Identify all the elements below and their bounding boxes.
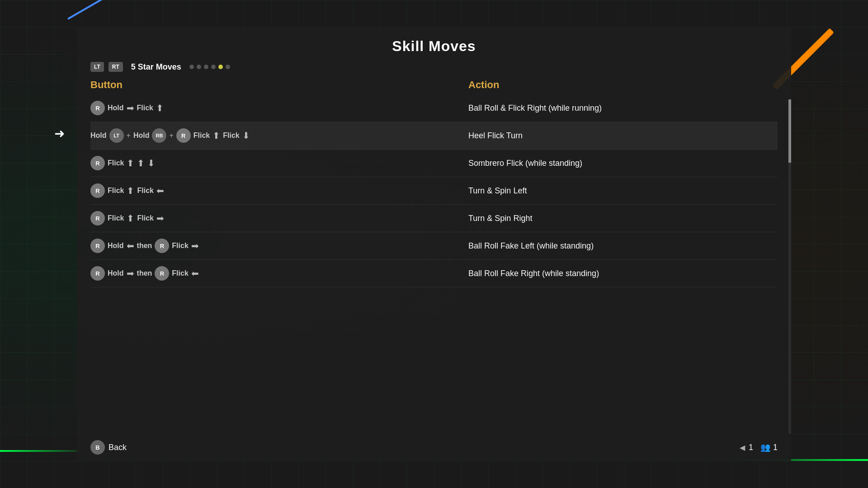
move-row[interactable]: R Flick ⬆ ⬆ ⬇ Sombrero Flick (while stan… <box>90 150 778 177</box>
arrow-up2: ⬆ <box>212 130 220 141</box>
text-hold: Hold <box>108 104 124 112</box>
text-flick3: Flick <box>223 131 239 140</box>
arrow-right: ➡ <box>127 103 134 113</box>
r-badge9: R <box>155 266 169 281</box>
tab-rt-button[interactable]: RT <box>108 62 123 72</box>
dot-2 <box>197 65 201 69</box>
action-text: Sombrero Flick (while standing) <box>468 159 778 168</box>
text-then2: then <box>137 269 152 277</box>
scrollbar-thumb[interactable] <box>788 99 791 163</box>
arrow-left2: ⬅ <box>127 240 134 251</box>
text-flick6: Flick <box>137 187 153 195</box>
r-badge2: R <box>176 128 191 143</box>
move-row[interactable]: R Flick ⬆ Flick ➡ Turn & Spin Right <box>90 205 778 232</box>
tab-dots <box>189 65 230 69</box>
text-hold2: Hold <box>90 131 107 140</box>
action-text: Ball Roll & Flick Right (while running) <box>468 103 778 113</box>
button-column-header: Button <box>90 79 468 91</box>
dot-3 <box>204 65 208 69</box>
rb-badge: RB <box>152 128 166 143</box>
back-label: Back <box>108 443 127 452</box>
nav-arrow-left-icon[interactable]: ◀ <box>740 443 745 452</box>
main-panel: Skill Moves LT RT 5 Star Moves Button Ac… <box>77 27 791 461</box>
tab-bar: LT RT 5 Star Moves <box>77 62 791 79</box>
r-badge6: R <box>90 239 105 253</box>
arrow-left3: ⬅ <box>191 268 199 279</box>
arrow-right3: ➡ <box>191 240 199 251</box>
tab-lt-button[interactable]: LT <box>90 62 104 72</box>
scrollbar-track[interactable] <box>788 99 791 434</box>
players-count: 1 <box>773 443 778 452</box>
back-button[interactable]: B Back <box>90 440 127 455</box>
player-icon: 👥 1 <box>760 442 778 452</box>
arrow-right2: ➡ <box>156 213 164 224</box>
arrow-up3: ⬆ <box>127 158 134 169</box>
page-nav: ◀ 1 <box>740 443 753 452</box>
move-row[interactable]: R Hold ⬅ then R Flick ➡ Ball Roll Fake L… <box>90 232 778 260</box>
btn-col: R Hold ➡ Flick ⬆ <box>90 101 468 115</box>
action-column-header: Action <box>468 79 778 91</box>
text-hold4: Hold <box>108 242 124 250</box>
b-badge: B <box>90 440 105 455</box>
text-hold5: Hold <box>108 269 124 277</box>
btn-col: R Hold ⬅ then R Flick ➡ <box>90 239 468 253</box>
arrow-right4: ➡ <box>127 268 134 279</box>
arrow-up6: ⬆ <box>127 213 134 224</box>
r-badge4: R <box>90 183 105 198</box>
moves-list: R Hold ➡ Flick ⬆ Ball Roll & Flick Right… <box>77 94 791 287</box>
action-text: Ball Roll Fake Left (while standing) <box>468 241 778 251</box>
r-badge7: R <box>155 239 169 253</box>
arrow-left: ⬅ <box>156 185 164 196</box>
arrow-down: ⬇ <box>242 130 250 141</box>
move-row[interactable]: Hold LT + Hold RB + R Flick ⬆ Flick ⬇ He… <box>90 122 778 150</box>
columns-header: Button Action <box>77 79 791 91</box>
arrow-up4: ⬆ <box>137 158 145 169</box>
r-badge3: R <box>90 156 105 170</box>
action-text: Ball Roll Fake Right (while standing) <box>468 269 778 278</box>
dot-1 <box>189 65 194 69</box>
btn-col: R Hold ➡ then R Flick ⬅ <box>90 266 468 281</box>
text-then: then <box>137 242 152 250</box>
bottom-bar: B Back ◀ 1 👥 1 <box>77 434 791 461</box>
btn-col: Hold LT + Hold RB + R Flick ⬆ Flick ⬇ <box>90 128 468 143</box>
btn-col: R Flick ⬆ Flick ⬅ <box>90 183 468 198</box>
move-row[interactable]: R Flick ⬆ Flick ⬅ Turn & Spin Left <box>90 177 778 205</box>
arrow-up: ⬆ <box>156 103 164 113</box>
text-hold3: Hold <box>133 131 150 140</box>
r-badge8: R <box>90 266 105 281</box>
r-badge5: R <box>90 211 105 225</box>
text-flick: Flick <box>137 104 153 112</box>
dot-6 <box>226 65 230 69</box>
arrow-down2: ⬇ <box>147 158 155 169</box>
page-current: 1 <box>749 443 753 452</box>
arrow-up5: ⬆ <box>127 185 134 196</box>
action-text: Turn & Spin Right <box>468 214 778 223</box>
text-flick8: Flick <box>137 214 153 222</box>
tab-title: 5 Star Moves <box>131 62 181 72</box>
text-flick5: Flick <box>108 187 124 195</box>
text-flick10: Flick <box>172 269 188 277</box>
plus-sign1: + <box>127 131 131 140</box>
players-icon: 👥 <box>760 442 770 452</box>
action-text: Turn & Spin Left <box>468 186 778 196</box>
move-row[interactable]: R Hold ➡ then R Flick ⬅ Ball Roll Fake R… <box>90 260 778 287</box>
lt-badge: LT <box>109 128 124 143</box>
text-flick4: Flick <box>108 159 124 167</box>
move-row[interactable]: R Hold ➡ Flick ⬆ Ball Roll & Flick Right… <box>90 94 778 122</box>
r-badge: R <box>90 101 105 115</box>
dot-4 <box>211 65 216 69</box>
bottom-right: ◀ 1 👥 1 <box>740 442 778 452</box>
text-flick9: Flick <box>172 242 188 250</box>
btn-col: R Flick ⬆ Flick ➡ <box>90 211 468 225</box>
selection-arrow-indicator: ➜ <box>54 126 65 141</box>
text-flick7: Flick <box>108 214 124 222</box>
dot-5 <box>218 65 223 69</box>
plus-sign2: + <box>169 131 173 140</box>
btn-col: R Flick ⬆ ⬆ ⬇ <box>90 156 468 170</box>
action-text: Heel Flick Turn <box>468 131 778 141</box>
text-flick2: Flick <box>193 131 210 140</box>
page-title: Skill Moves <box>77 27 791 62</box>
